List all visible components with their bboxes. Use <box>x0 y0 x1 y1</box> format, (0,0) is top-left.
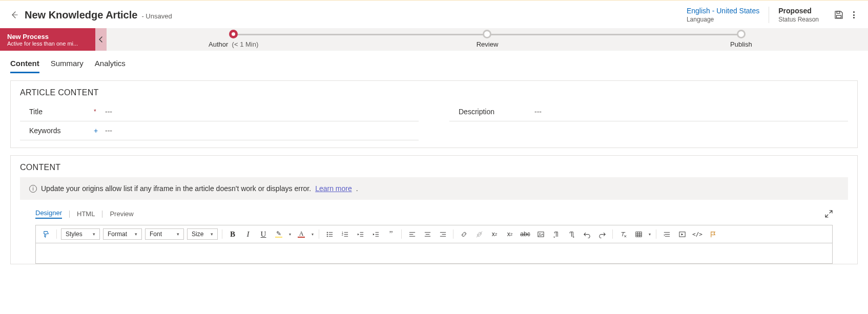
caret-down-icon: ▾ <box>93 232 95 237</box>
field-title[interactable]: Title * --- <box>20 102 419 121</box>
redo-icon[interactable] <box>596 228 608 240</box>
field-title-value: --- <box>101 108 112 116</box>
size-dropdown[interactable]: Size▾ <box>187 228 218 240</box>
font-dropdown[interactable]: Font▾ <box>145 228 184 240</box>
field-title-label: Title <box>22 108 94 116</box>
svg-point-4 <box>326 234 327 235</box>
field-keywords-label: Keywords <box>22 127 94 135</box>
field-keywords-value: --- <box>101 127 112 135</box>
clear-formatting-icon[interactable] <box>617 228 629 240</box>
required-indicator-icon: * <box>94 108 101 115</box>
styles-dropdown[interactable]: Styles▾ <box>61 228 100 240</box>
svg-rect-1 <box>837 11 840 13</box>
save-icon[interactable] <box>834 10 843 19</box>
tab-analytics[interactable]: Analytics <box>95 59 126 73</box>
editor-tab-designer[interactable]: Designer <box>35 209 62 219</box>
bold-button[interactable]: B <box>226 228 239 240</box>
recommended-indicator-icon: + <box>94 127 101 135</box>
caret-down-icon[interactable]: ▾ <box>288 232 292 237</box>
svg-point-31 <box>539 233 540 234</box>
align-left-icon[interactable] <box>406 228 418 240</box>
tab-content[interactable]: Content <box>10 59 39 73</box>
more-menu-icon[interactable] <box>850 11 858 19</box>
align-right-icon[interactable] <box>437 228 449 240</box>
header-language-value: English - United States <box>687 7 759 15</box>
outdent-icon[interactable] <box>354 228 366 240</box>
bpf-status: Active for less than one mi... <box>7 40 88 47</box>
tab-summary[interactable]: Summary <box>51 59 84 73</box>
copy-formatting-icon[interactable] <box>40 228 52 240</box>
bpf-stage-circle-icon <box>737 30 746 38</box>
header-language-field[interactable]: English - United States Language <box>677 7 769 23</box>
record-header: New Knowledge Article - Unsaved English … <box>0 0 868 28</box>
highlight-color-button[interactable]: ✎ <box>273 228 285 240</box>
underline-button[interactable]: U <box>257 228 270 240</box>
editor-tab-preview[interactable]: Preview <box>110 210 133 218</box>
insert-image-icon[interactable] <box>534 228 547 240</box>
section-article-content: ARTICLE CONTENT Title * --- Keywords + -… <box>10 80 858 148</box>
header-language-label: Language <box>687 16 759 23</box>
business-process-flow: New Process Active for less than one mi.… <box>0 28 868 51</box>
link-icon[interactable] <box>458 228 470 240</box>
svg-text:2: 2 <box>341 234 343 236</box>
editor-view-tabs: Designer HTML Preview <box>20 200 848 222</box>
editor-tab-html[interactable]: HTML <box>77 210 95 218</box>
header-status-value: Proposed <box>778 7 819 15</box>
editor-canvas[interactable] <box>35 243 833 264</box>
learn-more-link[interactable]: Learn more <box>315 184 352 193</box>
caret-down-icon[interactable]: ▾ <box>648 232 652 237</box>
anchor-flag-icon[interactable] <box>707 228 719 240</box>
svg-rect-2 <box>837 15 841 18</box>
bpf-name: New Process <box>7 33 88 40</box>
strikethrough-icon[interactable]: abc <box>519 228 531 240</box>
field-description-value: --- <box>530 108 542 116</box>
field-description[interactable]: Description --- <box>449 102 848 121</box>
source-code-icon[interactable]: </> <box>691 228 704 240</box>
unsaved-indicator: - Unsaved <box>141 12 172 20</box>
bpf-stages: Author (< 1 Min) Review Publish <box>107 28 868 51</box>
iframe-warning-bar: i Update your origins allow list if any … <box>20 177 848 200</box>
font-color-button[interactable]: A <box>295 228 307 240</box>
rtl-direction-icon[interactable] <box>565 228 577 240</box>
page-title: New Knowledge Article <box>25 9 137 21</box>
info-icon: i <box>29 185 37 193</box>
collapsible-section-icon[interactable] <box>660 228 673 240</box>
unlink-icon[interactable] <box>473 228 485 240</box>
expand-editor-icon[interactable] <box>825 210 833 218</box>
embed-media-icon[interactable] <box>676 228 688 240</box>
caret-down-icon: ▾ <box>135 232 137 237</box>
blockquote-icon[interactable]: ” <box>385 228 397 240</box>
superscript-icon[interactable]: x2 <box>488 228 501 240</box>
svg-point-5 <box>326 236 327 237</box>
svg-rect-32 <box>635 232 641 236</box>
header-status-field[interactable]: Proposed Status Reason <box>769 7 828 23</box>
bpf-stage-circle-icon <box>229 30 238 38</box>
bpf-stage-review[interactable]: Review <box>360 28 614 51</box>
field-description-label: Description <box>451 108 523 116</box>
bpf-stage-author[interactable]: Author (< 1 Min) <box>107 28 360 51</box>
iframe-warning-text: Update your origins allow list if any if… <box>41 184 311 193</box>
caret-down-icon: ▾ <box>177 232 179 237</box>
undo-icon[interactable] <box>581 228 593 240</box>
subscript-icon[interactable]: x2 <box>504 228 516 240</box>
caret-down-icon: ▾ <box>211 232 213 237</box>
field-keywords[interactable]: Keywords + --- <box>20 121 419 140</box>
align-center-icon[interactable] <box>421 228 433 240</box>
svg-point-3 <box>326 232 327 233</box>
ltr-direction-icon[interactable] <box>550 228 562 240</box>
indent-icon[interactable] <box>369 228 382 240</box>
bullet-list-icon[interactable] <box>323 228 336 240</box>
back-arrow-icon[interactable] <box>10 11 18 19</box>
number-list-icon[interactable]: 12 <box>339 228 351 240</box>
format-dropdown[interactable]: Format▾ <box>103 228 142 240</box>
caret-down-icon[interactable]: ▾ <box>311 232 315 237</box>
page-tabs: Content Summary Analytics <box>0 51 868 73</box>
bpf-label[interactable]: New Process Active for less than one mi.… <box>0 28 95 51</box>
italic-button[interactable]: I <box>242 228 254 240</box>
bpf-stage-publish[interactable]: Publish <box>614 28 868 51</box>
header-status-label: Status Reason <box>778 16 819 23</box>
bpf-stage-circle-icon <box>483 30 491 38</box>
bpf-collapse-chevron-icon[interactable] <box>95 28 107 51</box>
table-icon[interactable] <box>632 228 645 240</box>
section-content-editor: CONTENT i Update your origins allow list… <box>10 155 858 264</box>
